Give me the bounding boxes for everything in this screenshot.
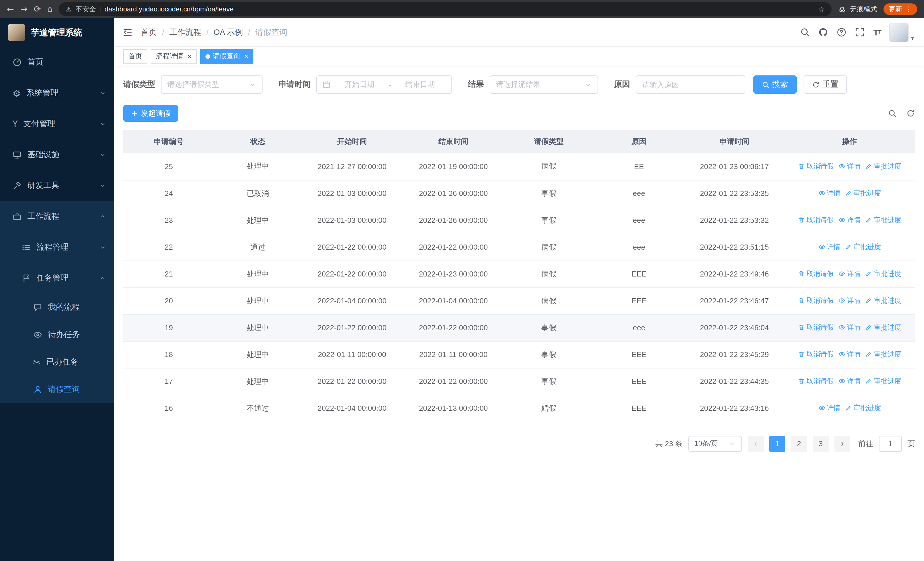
search-button[interactable]: 搜索 [753,75,797,94]
sidebar-item-home[interactable]: 首页 [0,47,114,78]
breadcrumb-item[interactable]: 工作流程 [169,27,201,38]
cell: 病假 [504,287,593,314]
approval-progress-link[interactable]: 审批进度 [845,188,881,198]
sidebar-item-infrastructure[interactable]: 基础设施 [0,139,114,170]
reload-icon[interactable]: ⟳ [34,5,41,14]
breadcrumb-item[interactable]: 首页 [141,27,157,38]
forward-icon[interactable]: → [20,5,27,14]
detail-link[interactable]: 详情 [818,242,840,252]
approval-progress-link[interactable]: 审批进度 [865,215,901,225]
calendar-icon [322,81,330,89]
back-icon[interactable]: ← [7,5,14,14]
sidebar-item-my-process[interactable]: 我的流程 [0,294,114,321]
bookmark-star-icon[interactable]: ☆ [818,5,825,14]
detail-link[interactable]: 详情 [818,188,840,198]
cancel-leave-link[interactable]: 取消请假 [798,215,834,225]
leave-type-select[interactable]: 请选择请假类型 [161,75,262,94]
close-tab-icon[interactable]: × [187,53,192,60]
cancel-leave-link[interactable]: 取消请假 [798,161,834,171]
sidebar-item-task-mgmt[interactable]: 任务管理 [0,263,114,294]
apply-time-range-picker[interactable]: 开始日期 - 结束日期 [316,75,452,94]
search-icon[interactable] [800,27,810,37]
sidebar-item-system-mgmt[interactable]: ⚙系统管理 [0,78,114,108]
dashboard-icon [12,58,22,67]
chevron-down-icon [728,440,736,447]
sidebar-item-done-task[interactable]: ✂已办任务 [0,349,114,376]
sidebar-item-workflow[interactable]: 工作流程 [0,201,114,232]
more-vert-icon: ⋮ [905,6,912,12]
sidebar-item-leave-query[interactable]: 请假查询 [0,376,114,403]
actions-cell: 取消请假详情审批进度 [784,341,915,368]
result-select[interactable]: 请选择流结果 [490,75,598,94]
delete-icon [798,351,805,358]
tab-item[interactable]: 首页 [123,49,147,64]
yen-icon: ¥ [12,119,18,129]
sidebar-item-label: 我的流程 [48,302,106,313]
approval-progress-link[interactable]: 审批进度 [865,350,901,359]
cancel-leave-link[interactable]: 取消请假 [798,376,834,386]
page-2-button[interactable]: 2 [791,436,807,451]
sidebar-item-process-mgmt[interactable]: 流程管理 [0,232,114,263]
prev-page-button[interactable] [748,436,764,451]
fullscreen-icon[interactable] [855,27,865,37]
close-tab-icon[interactable]: × [244,53,248,60]
github-icon[interactable] [818,27,828,37]
sidebar-item-dev-tools[interactable]: 研发工具 [0,170,114,201]
cancel-leave-link[interactable]: 取消请假 [798,350,834,359]
sidebar-item-payment-mgmt[interactable]: ¥支付管理 [0,108,114,139]
cancel-leave-link[interactable]: 取消请假 [798,323,834,332]
cell: EEE [594,341,685,368]
cancel-leave-link[interactable]: 取消请假 [798,296,834,305]
actions-cell: 取消请假详情审批进度 [784,314,915,341]
cell: 19 [123,314,214,341]
goto-page-input[interactable] [879,436,902,451]
cell: 处理中 [214,287,302,314]
page-1-button[interactable]: 1 [770,436,785,451]
font-size-icon[interactable]: TT [873,27,881,37]
create-leave-label: 发起请假 [141,108,171,119]
reset-button-label: 重置 [822,80,838,90]
tab-active[interactable]: 请假查询× [200,49,254,64]
url-text[interactable]: dashboard.yudao.iocoder.cn/bpm/oa/leave [105,5,233,13]
create-leave-button[interactable]: 发起请假 [123,105,178,122]
approval-progress-link[interactable]: 审批进度 [865,296,901,305]
cell: 2022-01-11 00:00:00 [302,341,403,368]
tab-item[interactable]: 流程详情× [151,49,196,64]
detail-link[interactable]: 详情 [838,350,861,359]
approval-progress-link[interactable]: 审批进度 [865,323,901,332]
browser-update-menu-button[interactable]: 更新 ⋮ [884,3,917,15]
help-icon[interactable] [837,27,846,37]
approval-progress-link[interactable]: 审批进度 [845,403,881,413]
reset-button[interactable]: 重置 [804,75,847,94]
security-label[interactable]: 不安全 [75,4,96,14]
user-avatar[interactable]: ▾ [890,23,914,42]
detail-link[interactable]: 详情 [838,323,861,332]
app-logo[interactable]: 芋道管理系统 [0,18,114,47]
approval-progress-link[interactable]: 审批进度 [865,376,901,386]
detail-link[interactable]: 详情 [838,269,861,279]
sidebar-item-todo-task[interactable]: 待办任务 [0,321,114,349]
address-bar[interactable]: ⚠ 不安全 dashboard.yudao.iocoder.cn/bpm/oa/… [59,2,831,16]
delete-icon [798,297,805,304]
detail-link[interactable]: 详情 [818,403,840,413]
collapse-sidebar-icon[interactable] [122,27,133,38]
cancel-leave-link[interactable]: 取消请假 [798,269,834,279]
detail-link[interactable]: 详情 [838,296,861,305]
reason-input[interactable] [636,75,746,94]
detail-link[interactable]: 详情 [838,161,861,171]
page-3-button[interactable]: 3 [813,436,829,451]
cell: 2022-01-22 00:00:00 [403,368,504,395]
home-icon[interactable]: ⌂ [47,5,52,14]
detail-link[interactable]: 详情 [838,376,861,386]
page-size-select[interactable]: 10条/页 [688,436,742,451]
next-page-button[interactable] [834,436,850,451]
breadcrumb-item[interactable]: OA 示例 [214,27,243,38]
approval-progress-link[interactable]: 审批进度 [865,269,901,279]
detail-link[interactable]: 详情 [838,215,861,225]
end-date-placeholder: 结束日期 [394,80,446,90]
actions-cell: 取消请假详情审批进度 [784,153,915,180]
refresh-table-icon[interactable] [906,109,915,118]
approval-progress-link[interactable]: 审批进度 [865,161,901,171]
toggle-search-icon[interactable] [888,109,897,118]
approval-progress-link[interactable]: 审批进度 [845,242,881,252]
